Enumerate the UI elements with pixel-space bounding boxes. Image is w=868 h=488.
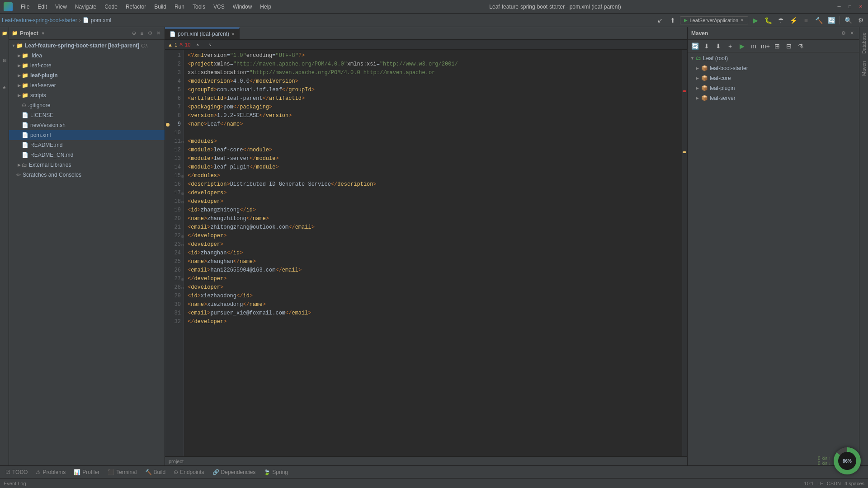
nav-up-button[interactable]: ∧ bbox=[192, 40, 203, 50]
tab-problems[interactable]: ⚠ Problems bbox=[32, 466, 69, 478]
menu-run[interactable]: Run bbox=[171, 3, 188, 11]
menu-build[interactable]: Build bbox=[151, 3, 170, 11]
maven-import-button[interactable]: ⬇ bbox=[701, 41, 712, 51]
tree-idea[interactable]: ▶ 📁 .idea bbox=[9, 51, 165, 61]
sync-button[interactable]: 🔄 bbox=[826, 15, 837, 25]
fold-15[interactable]: ⊟ bbox=[181, 172, 184, 180]
structure-icon[interactable]: ⊟ bbox=[0, 56, 9, 64]
menu-edit[interactable]: Edit bbox=[34, 3, 51, 11]
breadcrumb-project[interactable]: Leaf-feature-spring-boot-starter bbox=[2, 17, 77, 23]
tree-gitignore[interactable]: ⊙ .gitignore bbox=[9, 100, 165, 110]
maven-collapse-button[interactable]: ⊟ bbox=[783, 41, 794, 51]
fold-11[interactable]: ⊟ bbox=[181, 137, 184, 146]
maven-core-arrow: ▶ bbox=[696, 76, 701, 80]
tree-license[interactable]: 📄 LICENSE bbox=[9, 110, 165, 120]
profile-button[interactable]: ⚡ bbox=[788, 15, 799, 25]
tree-readme-cn[interactable]: 📄 README_CN.md bbox=[9, 150, 165, 160]
menu-refactor[interactable]: Refactor bbox=[122, 3, 150, 11]
debug-button[interactable]: 🐛 bbox=[763, 15, 774, 25]
build-button[interactable]: 🔨 bbox=[813, 15, 824, 25]
project-icon[interactable]: 📁 bbox=[0, 29, 9, 37]
tree-newversion[interactable]: 📄 newVersion.sh bbox=[9, 120, 165, 130]
tab-todo[interactable]: ☑ TODO bbox=[2, 466, 31, 478]
editor-scrollbar[interactable] bbox=[682, 50, 687, 456]
tree-root[interactable]: ▼ 📁 Leaf-feature-spring-boot-starter [le… bbox=[9, 41, 165, 51]
menu-help[interactable]: Help bbox=[256, 3, 275, 11]
fold-17[interactable]: ⊟ bbox=[181, 189, 184, 197]
code-content[interactable]: <?xml version="1.0" encoding="UTF-8"?> <… bbox=[184, 50, 682, 456]
maven-phase-button[interactable]: m+ bbox=[760, 41, 771, 51]
maven-filter-button[interactable]: ⚗ bbox=[795, 41, 806, 51]
tree-leaf-plugin[interactable]: ▶ 📁 leaf-plugin bbox=[9, 70, 165, 80]
maven-run-button[interactable]: ▶ bbox=[736, 41, 747, 51]
fold-18[interactable]: ⊟ bbox=[181, 197, 184, 206]
tree-options-button[interactable]: ⚙ bbox=[146, 30, 154, 37]
maven-item-boot-starter[interactable]: ▶ 📦 leaf-boot-starter bbox=[688, 63, 859, 73]
tree-scratches[interactable]: ✏ Scratches and Consoles bbox=[9, 170, 165, 180]
cursor-position[interactable]: 10:1 bbox=[804, 481, 814, 486]
search-everywhere-button[interactable]: 🔍 bbox=[843, 15, 854, 25]
fold-28[interactable]: ⊟ bbox=[181, 283, 184, 292]
menu-file[interactable]: File bbox=[17, 3, 33, 11]
ln-13: 13 bbox=[165, 155, 184, 163]
tree-leaf-server[interactable]: ▶ 📁 leaf-server bbox=[9, 80, 165, 90]
maven-item-leaf-plugin[interactable]: ▶ 📦 leaf-plugin bbox=[688, 83, 859, 93]
indent-status[interactable]: 4 spaces bbox=[844, 481, 864, 486]
ln-29: 29 bbox=[165, 292, 184, 300]
settings-button[interactable]: ⚙ bbox=[855, 15, 866, 25]
editor-tab-pom[interactable]: 📄 pom.xml (leaf-parent) ✕ bbox=[165, 28, 240, 39]
breadcrumb-file[interactable]: pom.xml bbox=[91, 17, 111, 23]
run-configuration[interactable]: ▶ LeafServerApplication ▼ bbox=[680, 16, 748, 24]
maven-expand-button[interactable]: ⊞ bbox=[772, 41, 783, 51]
vcs-update-button[interactable]: ↙ bbox=[655, 15, 665, 25]
vcs-push-button[interactable]: ⬆ bbox=[667, 15, 678, 25]
database-sidebar-button[interactable]: Database bbox=[860, 29, 868, 57]
charset-status[interactable]: CSDN bbox=[827, 481, 841, 486]
coverage-button[interactable]: ☂ bbox=[775, 15, 786, 25]
maven-item-leaf-server[interactable]: ▶ 📦 leaf-server bbox=[688, 93, 859, 103]
menu-view[interactable]: View bbox=[52, 3, 71, 11]
tab-dependencies[interactable]: 🔗 Dependencies bbox=[209, 466, 259, 478]
performance-widget[interactable]: 0 k/s ↑ 0 k/s ↓ 86% bbox=[818, 447, 861, 474]
close-button[interactable]: ✕ bbox=[857, 3, 864, 10]
fold-27[interactable]: ⊟ bbox=[181, 275, 184, 283]
favorites-icon[interactable]: ★ bbox=[0, 83, 9, 91]
minimize-button[interactable]: ─ bbox=[835, 3, 843, 10]
fold-23[interactable]: ⊟ bbox=[181, 240, 184, 249]
line-endings[interactable]: LF bbox=[817, 481, 823, 486]
tree-readme[interactable]: 📄 README.md bbox=[9, 140, 165, 150]
tree-scripts[interactable]: ▶ 📁 scripts bbox=[9, 90, 165, 100]
locate-file-button[interactable]: ⊕ bbox=[130, 30, 137, 37]
run-button[interactable]: ▶ bbox=[750, 15, 761, 25]
tree-ext-libs[interactable]: ▶ 🗂 External Libraries bbox=[9, 160, 165, 170]
maven-add-button[interactable]: + bbox=[725, 41, 736, 51]
collapse-all-button[interactable]: ≡ bbox=[138, 30, 146, 37]
nav-down-button[interactable]: ∨ bbox=[205, 40, 216, 50]
fold-22[interactable]: ⊟ bbox=[181, 232, 184, 240]
menu-vcs[interactable]: VCS bbox=[210, 3, 228, 11]
maven-close-button[interactable]: ✕ bbox=[848, 30, 855, 37]
close-panel-button[interactable]: ✕ bbox=[155, 30, 162, 37]
maven-download-button[interactable]: ⬇ bbox=[713, 41, 724, 51]
menu-code[interactable]: Code bbox=[101, 3, 121, 11]
maven-sidebar-button[interactable]: Maven bbox=[860, 57, 868, 80]
event-log-button[interactable]: Event Log bbox=[4, 481, 26, 486]
maven-item-leaf-root[interactable]: ▼ 🗂 Leaf (root) bbox=[688, 53, 859, 63]
maven-refresh-button[interactable]: 🔄 bbox=[689, 41, 700, 51]
menu-tools[interactable]: Tools bbox=[189, 3, 209, 11]
maven-item-leaf-core[interactable]: ▶ 📦 leaf-core bbox=[688, 73, 859, 83]
tab-close-button[interactable]: ✕ bbox=[231, 32, 235, 37]
tree-leaf-core[interactable]: ▶ 📁 leaf-core bbox=[9, 61, 165, 70]
tree-pom-xml[interactable]: 📄 pom.xml bbox=[9, 130, 165, 140]
menu-navigate[interactable]: Navigate bbox=[71, 3, 100, 11]
maven-settings-button[interactable]: ⚙ bbox=[840, 30, 847, 37]
project-panel-dropdown[interactable]: ▼ bbox=[41, 31, 45, 36]
tab-build[interactable]: 🔨 Build bbox=[142, 466, 170, 478]
tab-spring[interactable]: 🍃 Spring bbox=[260, 466, 292, 478]
maximize-button[interactable]: □ bbox=[846, 3, 854, 10]
tab-terminal[interactable]: ⬛ Terminal bbox=[104, 466, 140, 478]
tab-profiler[interactable]: 📊 Profiler bbox=[70, 466, 103, 478]
maven-task-button[interactable]: m bbox=[748, 41, 759, 51]
tab-endpoints[interactable]: ⊙ Endpoints bbox=[170, 466, 208, 478]
menu-window[interactable]: Window bbox=[229, 3, 256, 11]
